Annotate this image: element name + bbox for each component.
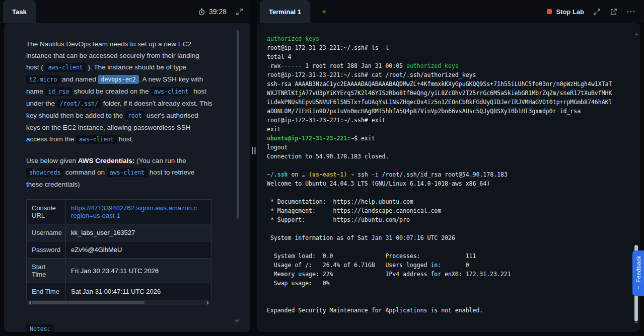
inline-code: /root/.ssh/ xyxy=(57,99,101,108)
inline-code: t2.micro xyxy=(26,75,60,84)
credentials-row: End TimeSat Jan 31 00:47:11 UTC 2026 xyxy=(27,283,211,300)
table-horizontal-scrollbar[interactable] xyxy=(26,300,211,305)
credentials-label: Start Time xyxy=(27,259,66,283)
terminal-line: * Support: https://ubuntu.com/pro xyxy=(267,215,627,224)
terminal-line: authorized_keys xyxy=(267,34,627,43)
plus-icon: + xyxy=(636,285,639,291)
terminal-line: total 4 xyxy=(267,52,627,61)
chevron-down-icon[interactable] xyxy=(234,317,240,326)
fullscreen-icon[interactable] xyxy=(593,8,601,16)
header-controls: Stop Lab ⋯ xyxy=(547,6,636,17)
inline-code: aws-client xyxy=(76,135,117,144)
credentials-label: Password xyxy=(27,241,66,259)
terminal-line: System information as of Sat Jan 31 00:0… xyxy=(267,233,627,242)
credentials-value: eZv%@4GlhMeU xyxy=(66,241,211,259)
inline-code: showcreds xyxy=(26,168,63,177)
h-scroll-thumb[interactable] xyxy=(32,301,145,304)
console-url-link[interactable]: https://471339402762.signin.aws.amazon.c… xyxy=(66,200,211,224)
terminal-line: iLdekPNUshEpvU5NVUF6lSN5Tx+fuUAqYsL1NsZH… xyxy=(267,98,627,107)
terminal-panel: Terminal 1 + Stop Lab ⋯ xyxy=(257,0,644,336)
terminal-line: root@ip-172-31-23-221:~/.ssh# ls -l xyxy=(267,43,627,52)
terminal-line: ssh-rsa AAAAB3NzaC1yc2EAAAADAQABAAABAQDM… xyxy=(267,79,627,89)
stop-icon xyxy=(547,9,552,14)
task-text-segment: host. xyxy=(117,135,133,143)
terminal-line: root@ip-172-31-23-221:~/.ssh# cat /root/… xyxy=(267,70,627,79)
terminal-line: Swap usage: 0% xyxy=(267,279,627,288)
terminal-line xyxy=(267,161,627,170)
task-text-segment: command on xyxy=(63,169,107,176)
terminal-line xyxy=(267,297,627,306)
terminal-line: aDBNLOM/7IFHiIn9D7pxIuVn0mcHAgRMT5hhfA5Q… xyxy=(267,107,627,116)
terminal-line xyxy=(267,288,627,297)
credentials-label: Username xyxy=(27,224,66,241)
lab-timer: 39:28 xyxy=(198,8,227,16)
terminal-line xyxy=(267,242,627,251)
task-paragraph-2: Use below given AWS Credentials: (You ca… xyxy=(26,155,212,190)
tab-task[interactable]: Task xyxy=(3,0,36,23)
terminal-line: System load: 0.0 Processes: 111 xyxy=(267,251,627,261)
tab-terminal-1[interactable]: Terminal 1 xyxy=(260,0,310,23)
inline-code: aws-client xyxy=(45,63,86,72)
more-options-icon[interactable]: ⋯ xyxy=(626,6,636,17)
terminal-line: Memory usage: 22% IPv4 address for enX0:… xyxy=(267,270,627,279)
task-text-segment: should be created on the xyxy=(72,88,151,95)
scroll-down-arrow-icon[interactable] xyxy=(634,322,638,326)
inline-code: aws-client xyxy=(107,168,148,177)
terminal-output: authorized_keysroot@ip-172-31-23-221:~/.… xyxy=(267,34,627,315)
scroll-right-arrow-icon[interactable] xyxy=(207,301,211,305)
terminal-line: Expanded Security Maintenance for Applic… xyxy=(267,306,627,315)
credentials-value: Sat Jan 31 00:47:11 UTC 2026 xyxy=(66,283,211,300)
stop-lab-button[interactable]: Stop Lab xyxy=(547,8,584,16)
task-content: The Nautilus DevOps team needs to set up… xyxy=(4,23,250,332)
terminal-line xyxy=(267,224,627,233)
terminal-line: ~/.ssh on ☁ (us-east-1) ➜ ssh -i /root/.… xyxy=(267,170,627,179)
terminal-line xyxy=(267,188,627,197)
tab-task-label: Task xyxy=(12,8,27,16)
credentials-table-body: Console URLhttps://471339402762.signin.a… xyxy=(27,200,211,300)
expand-task-panel-icon[interactable] xyxy=(236,8,243,16)
credentials-table: Console URLhttps://471339402762.signin.a… xyxy=(26,199,211,300)
scroll-left-arrow-icon[interactable] xyxy=(27,301,31,305)
terminal-screen[interactable]: authorized_keysroot@ip-172-31-23-221:~/.… xyxy=(257,23,640,332)
terminal-line: logout xyxy=(267,143,627,152)
terminal-panel-header: Terminal 1 + Stop Lab ⋯ xyxy=(257,0,644,23)
credentials-row: Console URLhttps://471339402762.signin.a… xyxy=(27,200,211,224)
feedback-button[interactable]: Feedback + xyxy=(632,250,644,296)
inline-code: aws-client xyxy=(151,87,191,96)
task-panel-header: Task 39:28 xyxy=(0,0,250,23)
task-paragraph-1: The Nautilus DevOps team needs to set up… xyxy=(26,38,212,145)
inline-code: root xyxy=(125,111,145,120)
feedback-label: Feedback xyxy=(635,256,641,283)
stopwatch-icon xyxy=(198,8,205,16)
terminal-line: * Management: https://landscape.canonica… xyxy=(267,206,627,215)
notes-badge: Notes: xyxy=(26,324,54,332)
inline-code: id_rsa xyxy=(45,87,73,96)
task-panel: Task 39:28 The Nautilus DevOps team need… xyxy=(0,0,250,336)
tab-terminal-1-label: Terminal 1 xyxy=(269,8,301,16)
terminal-line: * Documentation: https://help.ubuntu.com xyxy=(267,197,627,206)
credentials-label: Console URL xyxy=(27,200,66,224)
task-text-segment: (You can run the xyxy=(134,157,186,164)
task-text-segment: ). The instance should be of type xyxy=(86,63,186,71)
panel-resize-handle[interactable] xyxy=(251,145,256,156)
terminal-line: WXJTNRlKtjA77vU3pYiKYErqS7K2l46YISzRbo8t… xyxy=(267,89,627,98)
terminal-line: ubuntu@ip-172-31-23-221:~$ exit xyxy=(267,134,627,143)
app-root: Task 39:28 The Nautilus DevOps team need… xyxy=(0,0,644,336)
credentials-value: Fri Jan 30 23:47:11 UTC 2026 xyxy=(66,259,211,283)
terminal-line: -rwx------ 1 root root 388 Jan 31 00:05 … xyxy=(267,61,627,70)
credentials-value: kk_labs_user_163527 xyxy=(66,224,211,241)
new-terminal-button[interactable]: + xyxy=(321,7,327,17)
task-text-segment: and named xyxy=(60,75,98,83)
credentials-row: Start TimeFri Jan 30 23:47:11 UTC 2026 xyxy=(27,259,211,283)
task-text-segment: Use below given xyxy=(26,157,78,164)
h-scroll-track[interactable] xyxy=(31,301,207,304)
terminal-line: root@ip-172-31-23-221:~/.ssh# exit xyxy=(267,116,627,125)
terminal-body: authorized_keysroot@ip-172-31-23-221:~/.… xyxy=(257,23,640,332)
open-in-new-icon[interactable] xyxy=(610,8,617,16)
task-vertical-scrollbar-thumb[interactable] xyxy=(237,30,239,219)
terminal-line: Usage of /: 26.4% of 6.71GB Users logged… xyxy=(267,261,627,270)
terminal-line: exit xyxy=(267,125,627,134)
lab-timer-value: 39:28 xyxy=(209,8,227,16)
scroll-up-arrow-icon[interactable] xyxy=(634,31,638,35)
terminal-line: Connection to 54.90.178.183 closed. xyxy=(267,152,627,161)
